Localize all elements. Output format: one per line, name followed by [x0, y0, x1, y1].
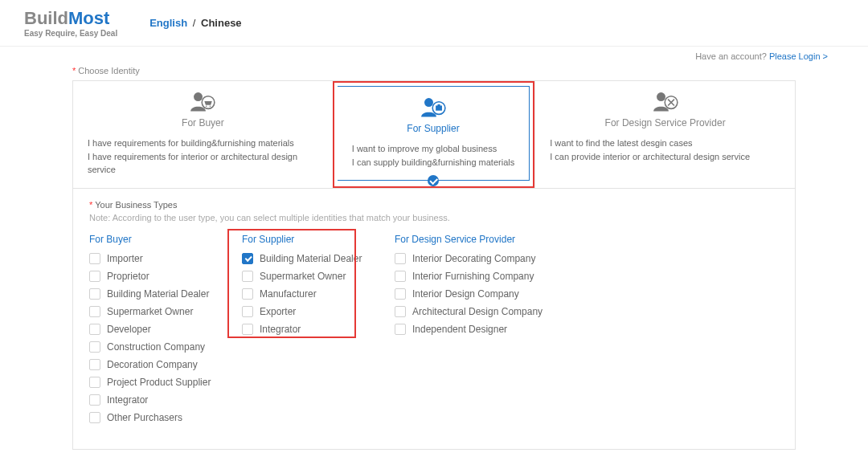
svg-point-6	[657, 92, 665, 101]
checkbox-row[interactable]: Supermarket Owner	[242, 271, 379, 282]
card-design-line1: I want to find the latest desgin cases	[550, 137, 780, 150]
business-types-section: *Your Business Types Note: According to …	[72, 189, 796, 450]
checkbox-label: Supermarket Owner	[107, 306, 193, 317]
checkbox-label: Construction Company	[107, 341, 205, 353]
column-buyer-title: For Buyer	[89, 234, 226, 245]
checkbox-label: Independent Designer	[412, 324, 507, 335]
card-supplier-title: For Supplier	[352, 123, 514, 134]
card-supplier[interactable]: For Supplier I want to improve my global…	[338, 86, 530, 181]
checkbox[interactable]	[242, 306, 253, 317]
checkbox[interactable]	[89, 288, 100, 300]
account-hint: Have an account? Please Login >	[0, 47, 868, 61]
selected-check-icon	[428, 175, 439, 186]
svg-point-2	[424, 98, 433, 107]
have-account-text: Have an account?	[695, 51, 769, 61]
language-switcher: English / Chinese	[149, 17, 241, 29]
checkbox-label: Manufacturer	[260, 288, 317, 300]
checkbox[interactable]	[89, 359, 100, 370]
checkbox-label: Developer	[107, 324, 151, 335]
checkbox-label: Project Product Supplier	[107, 377, 211, 388]
identity-cards: For Buyer I have requirements for buildi…	[72, 80, 796, 189]
checkbox-label: Integrator	[107, 394, 148, 406]
checkbox-row[interactable]: Architectural Design Company	[395, 306, 763, 317]
svg-point-0	[194, 92, 203, 101]
checkbox-label: Other Purchasers	[107, 412, 182, 423]
checkbox-row[interactable]: Integrator	[242, 324, 379, 335]
card-buyer-line2: I have requirements for interior or arch…	[88, 150, 318, 177]
checkbox-row[interactable]: Construction Company	[89, 341, 226, 353]
column-design-title: For Design Service Provider	[395, 234, 763, 245]
checkbox-row[interactable]: Project Product Supplier	[89, 377, 226, 388]
checkbox-row[interactable]: Building Material Dealer	[242, 253, 379, 264]
checkbox-row[interactable]: Manufacturer	[242, 288, 379, 300]
checkbox-label: Interior Decorating Company	[412, 253, 535, 264]
checkbox[interactable]	[89, 412, 100, 423]
buyer-icon	[88, 91, 318, 114]
checkbox-row[interactable]: Interior Decorating Company	[395, 253, 763, 264]
checkbox-label: Proprietor	[107, 271, 149, 282]
logo-tagline: Easy Require, Easy Deal	[24, 29, 117, 38]
card-supplier-wrapper: For Supplier I want to improve my global…	[333, 81, 534, 188]
checkbox[interactable]	[242, 288, 253, 300]
card-supplier-line1: I want to improve my global business	[352, 142, 514, 156]
checkbox[interactable]	[89, 253, 100, 264]
identity-label: *Choose Identity	[72, 61, 796, 80]
checkbox-row[interactable]: Interior Furnishing Company	[395, 271, 763, 282]
checkbox-row[interactable]: Supermarket Owner	[89, 306, 226, 317]
checkbox[interactable]	[89, 324, 100, 335]
checkbox[interactable]	[89, 271, 100, 282]
checkbox[interactable]	[395, 324, 406, 335]
checkbox[interactable]	[89, 306, 100, 317]
checkbox[interactable]	[395, 253, 406, 264]
column-buyer: For Buyer ImporterProprietorBuilding Mat…	[89, 234, 242, 430]
logo[interactable]: BuildMost Easy Require, Easy Deal	[24, 8, 117, 38]
checkbox-row[interactable]: Exporter	[242, 306, 379, 317]
card-design-line2: I can provide interior or architectural …	[550, 150, 780, 164]
login-link[interactable]: Please Login >	[769, 51, 828, 61]
supplier-icon	[352, 96, 514, 120]
checkbox-row[interactable]: Other Purchasers	[89, 412, 226, 423]
footer: Next Page	[72, 450, 796, 466]
checkbox-row[interactable]: Importer	[89, 253, 226, 264]
checkbox-row[interactable]: Integrator	[89, 394, 226, 406]
checkbox[interactable]	[89, 341, 100, 353]
required-asterisk: *	[89, 200, 92, 210]
checkbox[interactable]	[395, 306, 406, 317]
checkbox-label: Decoration Company	[107, 359, 198, 370]
checkbox-label: Building Material Dealer	[107, 288, 209, 300]
business-types-note: Note: According to the user type, you ca…	[89, 213, 779, 222]
card-buyer[interactable]: For Buyer I have requirements for buildi…	[73, 81, 333, 188]
logo-build: Build	[24, 8, 68, 28]
column-supplier-title: For Supplier	[242, 234, 379, 245]
checkbox[interactable]	[242, 271, 253, 282]
design-icon	[550, 91, 780, 114]
checkbox-label: Building Material Dealer	[260, 253, 362, 264]
checkbox-label: Interior Design Company	[412, 288, 519, 300]
column-supplier: For Supplier Building Material DealerSup…	[242, 234, 395, 430]
checkbox-label: Integrator	[260, 324, 301, 335]
checkbox[interactable]	[242, 324, 253, 335]
checkbox-label: Importer	[107, 253, 143, 264]
business-types-label: *Your Business Types	[89, 200, 779, 210]
checkbox-row[interactable]: Independent Designer	[395, 324, 763, 335]
header: BuildMost Easy Require, Easy Deal Englis…	[0, 0, 868, 47]
checkbox[interactable]	[242, 253, 253, 264]
checkbox-row[interactable]: Interior Design Company	[395, 288, 763, 300]
card-buyer-line1: I have requirements for building&furnish…	[88, 137, 318, 150]
lang-chinese[interactable]: Chinese	[201, 17, 242, 29]
checkbox[interactable]	[89, 394, 100, 406]
card-supplier-line2: I can supply building&furnishing materia…	[352, 156, 514, 169]
checkbox-row[interactable]: Decoration Company	[89, 359, 226, 370]
checkbox[interactable]	[395, 271, 406, 282]
card-design[interactable]: For Design Service Provider I want to fi…	[534, 81, 795, 188]
checkbox[interactable]	[395, 288, 406, 300]
checkbox-label: Exporter	[260, 306, 296, 317]
checkbox-row[interactable]: Developer	[89, 324, 226, 335]
checkbox[interactable]	[89, 377, 100, 388]
business-types-columns: For Buyer ImporterProprietorBuilding Mat…	[89, 234, 779, 430]
checkbox-row[interactable]: Building Material Dealer	[89, 288, 226, 300]
checkbox-label: Supermarket Owner	[260, 271, 346, 282]
lang-english[interactable]: English	[149, 17, 187, 29]
column-design: For Design Service Provider Interior Dec…	[395, 234, 779, 430]
checkbox-row[interactable]: Proprietor	[89, 271, 226, 282]
